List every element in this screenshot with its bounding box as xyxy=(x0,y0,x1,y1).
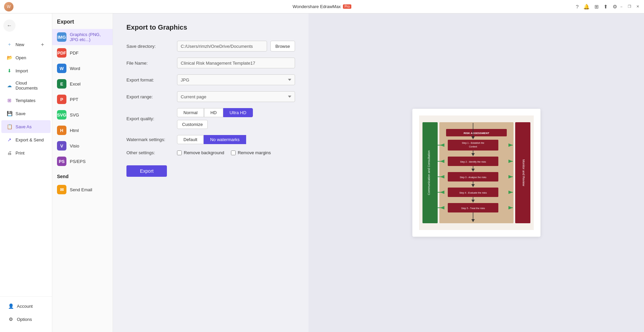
export-item-ppt[interactable]: P PPT xyxy=(52,92,113,107)
sidebar-item-open[interactable]: 📂 Open xyxy=(1,51,51,64)
sidebar-label-print: Print xyxy=(16,151,25,156)
html-icon: H xyxy=(57,126,66,135)
file-name-label: File Name: xyxy=(126,61,174,66)
sidebar-item-new[interactable]: ＋ New ＋ xyxy=(1,38,51,51)
sidebar-label-import: Import xyxy=(16,68,28,73)
risk-diagram-svg: Communication and Consultation Monitor a… xyxy=(419,115,534,230)
file-name-input[interactable] xyxy=(177,58,295,68)
sidebar-label-cloud: Cloud Documents xyxy=(16,80,46,91)
saveas-icon: 📋 xyxy=(6,123,13,130)
restore-button[interactable]: ❐ xyxy=(627,4,632,9)
sidebar-item-templates[interactable]: ⊞ Templates xyxy=(1,94,51,107)
export-quality-label: Export quality: xyxy=(126,116,174,121)
export-item-visio[interactable]: V Visio xyxy=(52,138,113,154)
titlebar: W Wondershare EdrawMax Pro ? 🔔 ⊞ ⬆ ⚙ − ❐… xyxy=(0,0,644,13)
remove-background-item[interactable]: Remove background xyxy=(177,150,224,155)
preview-area: Communication and Consultation Monitor a… xyxy=(309,13,644,332)
remove-margins-item[interactable]: Remove margins xyxy=(231,150,271,155)
save-directory-row: Save directory: Browse xyxy=(126,41,295,52)
export-item-html[interactable]: H Html xyxy=(52,123,113,138)
sidebar-item-save[interactable]: 💾 Save xyxy=(1,107,51,120)
close-button[interactable]: ✕ xyxy=(635,4,640,9)
sidebar-item-account[interactable]: 👤 Account xyxy=(3,300,49,312)
svg-text:Step 5 - Treat the risks: Step 5 - Treat the risks xyxy=(461,207,485,210)
print-icon: 🖨 xyxy=(6,150,13,156)
export-range-label: Export range: xyxy=(126,94,174,99)
export-item-graphics[interactable]: IMG Graphics (PNG, JPG etc...) xyxy=(52,29,113,45)
bell-icon[interactable]: 🔔 xyxy=(583,4,590,10)
sidebar-item-cloud[interactable]: ☁ Cloud Documents xyxy=(1,77,51,94)
remove-background-checkbox[interactable] xyxy=(177,151,182,155)
sidebar-label-templates: Templates xyxy=(16,98,35,103)
sidebar-item-export[interactable]: ↗ Export & Send xyxy=(1,133,51,146)
svg-text:Step 2 - Identify the risks: Step 2 - Identify the risks xyxy=(460,161,486,163)
export-format-row: Export format: JPG PNG BMP GIF TIFF xyxy=(126,74,295,85)
cloud-icon: ☁ xyxy=(6,82,13,89)
excel-icon: E xyxy=(57,79,66,89)
quality-normal-btn[interactable]: Normal xyxy=(177,108,204,117)
export-item-word[interactable]: W Word xyxy=(52,61,113,76)
back-button[interactable]: ← xyxy=(3,20,16,32)
quality-group: Normal HD Ultra HD Customize xyxy=(177,108,253,129)
sidebar-label-save: Save xyxy=(16,111,26,116)
watermark-none-btn[interactable]: No watermarks xyxy=(204,135,246,144)
sidebar-item-saveas[interactable]: 📋 Save As xyxy=(1,120,51,133)
export-format-label: Export format: xyxy=(126,77,174,82)
watermark-default-btn[interactable]: Default xyxy=(177,135,204,144)
minimize-button[interactable]: − xyxy=(619,4,624,9)
visio-icon: V xyxy=(57,141,66,151)
watermark-group: Default No watermarks xyxy=(177,135,246,144)
svg-text:Communication and Consultation: Communication and Consultation xyxy=(427,151,431,195)
quality-ultrahd-btn[interactable]: Ultra HD xyxy=(223,108,253,117)
send-section-title: Send xyxy=(52,169,113,182)
main-layout: ← ＋ New ＋ 📂 Open ⬇ Import ☁ Cloud Docume… xyxy=(0,13,644,332)
help-icon[interactable]: ? xyxy=(576,4,579,9)
export-range-select[interactable]: Current page All pages Selected shapes xyxy=(177,91,295,102)
email-label: Send Email xyxy=(70,187,92,192)
browse-button[interactable]: Browse xyxy=(270,41,295,52)
new-add-btn[interactable]: ＋ xyxy=(39,41,46,48)
svg-rect-8 xyxy=(448,140,498,151)
sidebar-label-new: New xyxy=(16,42,24,47)
export-button[interactable]: Export xyxy=(126,165,167,177)
sidebar-item-print[interactable]: 🖨 Print xyxy=(1,146,51,159)
svg-label: SVG xyxy=(70,112,79,118)
middle-panel: Export IMG Graphics (PNG, JPG etc...) PD… xyxy=(52,13,113,332)
sidebar-bottom: 👤 Account ⚙ Options xyxy=(0,296,52,329)
export-format-select[interactable]: JPG PNG BMP GIF TIFF xyxy=(177,74,295,85)
watermark-label: Watermark settings: xyxy=(126,137,174,142)
export-form: Export to Graphics Save directory: Brows… xyxy=(113,13,309,332)
options-icon: ⚙ xyxy=(7,316,14,323)
svg-text:Context: Context xyxy=(469,145,477,148)
window-controls: − ❐ ✕ xyxy=(619,4,640,9)
avatar: W xyxy=(4,2,13,11)
apps-icon[interactable]: ⊞ xyxy=(594,4,599,10)
quality-hd-btn[interactable]: HD xyxy=(204,108,223,117)
html-label: Html xyxy=(70,128,79,133)
account-icon: 👤 xyxy=(7,303,14,309)
quality-row: Normal HD Ultra HD xyxy=(177,108,253,117)
sidebar-label-export: Export & Send xyxy=(16,137,44,142)
customize-btn[interactable]: Customize xyxy=(177,120,208,129)
word-label: Word xyxy=(70,66,80,71)
export-item-email[interactable]: ✉ Send Email xyxy=(52,182,113,197)
remove-margins-checkbox[interactable] xyxy=(231,151,236,155)
import-icon: ⬇ xyxy=(6,67,13,74)
export-item-pseps[interactable]: PS PS/EPS xyxy=(52,154,113,169)
app-name: Wondershare EdrawMax xyxy=(293,4,341,9)
svg-text:Monitor and Review: Monitor and Review xyxy=(522,159,525,186)
sidebar-item-options[interactable]: ⚙ Options xyxy=(3,313,49,326)
ppt-label: PPT xyxy=(70,97,78,102)
remove-background-label: Remove background xyxy=(184,150,224,155)
settings-icon[interactable]: ⚙ xyxy=(613,4,617,10)
share-icon[interactable]: ⬆ xyxy=(604,4,608,10)
export-item-excel[interactable]: E Excel xyxy=(52,76,113,92)
pseps-label: PS/EPS xyxy=(70,159,86,164)
svg-text:RISK ASSESSMENT: RISK ASSESSMENT xyxy=(463,132,489,135)
app-title: Wondershare EdrawMax Pro xyxy=(293,4,351,9)
export-quality-row: Export quality: Normal HD Ultra HD Custo… xyxy=(126,108,295,129)
export-item-svg[interactable]: SVG SVG xyxy=(52,107,113,123)
sidebar-item-import[interactable]: ⬇ Import xyxy=(1,64,51,77)
save-directory-input[interactable] xyxy=(177,41,267,52)
export-item-pdf[interactable]: PDF PDF xyxy=(52,45,113,61)
